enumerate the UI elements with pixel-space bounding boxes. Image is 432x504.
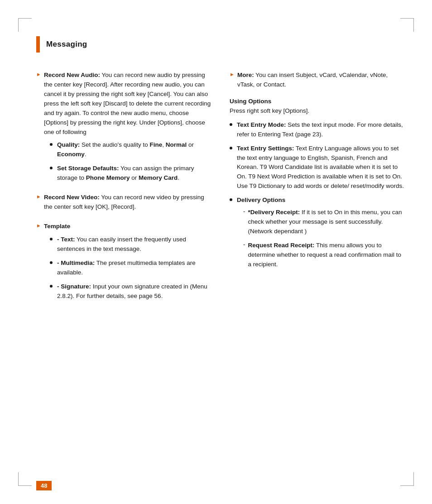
dot-icon-2 (50, 167, 53, 169)
right-column: ► More: You can insert Subject, vCard, v… (230, 71, 405, 311)
quality-text: Quality: Set the audio's quality to Fine… (57, 140, 211, 159)
page-number-box: 48 (36, 481, 52, 490)
dash-2: - (243, 241, 245, 248)
memory-card: Memory Card (139, 174, 178, 181)
triangle-icon-4: ► (230, 72, 235, 77)
sub-bullet-multimedia: - Multimedia: The preset multimedia temp… (50, 259, 211, 278)
section-header: Messaging (36, 36, 405, 53)
corner-mark-bl-h (18, 485, 32, 486)
dot-icon-5 (50, 285, 53, 288)
page: Messaging ► Record New Audio: You can re… (0, 0, 432, 504)
record-new-video-text: Record New Video: You can record new vid… (44, 193, 211, 212)
delivery-receipt-label: *Delivery Receipt: (248, 209, 300, 216)
more-text: More: You can insert Subject, vCard, vCa… (237, 71, 405, 90)
bullet-more: ► More: You can insert Subject, vCard, v… (230, 71, 405, 90)
text-entry-settings-text: Text Entry Settings: Text Entry Language… (237, 144, 405, 192)
request-read-receipt-text: Request Read Receipt: This menu allows y… (248, 241, 405, 269)
corner-mark-br-v (413, 472, 414, 486)
record-new-audio-sub-bullets: Quality: Set the audio's quality to Fine… (50, 140, 211, 183)
quality-economy: Economy (57, 151, 85, 158)
signature-label: - Signature: (57, 283, 91, 290)
bullet-template: ► Template - Text: You can easily insert… (36, 222, 211, 301)
using-options-items: Text Entry Mode: Sets the text input mod… (230, 120, 405, 274)
multimedia-label: - Multimedia: (57, 259, 95, 266)
dot-icon-8 (230, 198, 232, 201)
triangle-icon: ► (36, 72, 41, 77)
record-new-audio-label: Record New Audio: (44, 72, 100, 78)
sub-bullet-text-entry-mode: Text Entry Mode: Sets the text input mod… (230, 120, 405, 139)
using-options-title: Using Options (230, 98, 405, 105)
triangle-icon-2: ► (36, 194, 41, 199)
sub-bullet-storage: Set Storage Defaults: You can assign the… (50, 164, 211, 183)
text-template-label: - Text: (57, 236, 75, 243)
content-area: Messaging ► Record New Audio: You can re… (36, 36, 405, 468)
template-label: Template (44, 222, 70, 231)
using-options-section: Using Options Press right soft key [Opti… (230, 98, 405, 274)
dash-1: - (243, 208, 245, 215)
sub-sub-request-read-receipt: - Request Read Receipt: This menu allows… (243, 241, 405, 269)
dot-icon-6 (230, 123, 232, 126)
text-entry-mode-text: Text Entry Mode: Sets the text input mod… (237, 120, 405, 139)
bullet-record-new-video: ► Record New Video: You can record new v… (36, 193, 211, 212)
phone-memory: Phone Memory (86, 174, 130, 181)
dot-icon-3 (50, 238, 53, 240)
sub-bullet-text-entry-settings: Text Entry Settings: Text Entry Language… (230, 144, 405, 192)
corner-mark-tl-h (18, 18, 32, 19)
text-entry-mode-label: Text Entry Mode: (237, 121, 286, 128)
left-column: ► Record New Audio: You can record new a… (36, 71, 211, 311)
quality-normal: Normal (166, 141, 187, 148)
bullet-record-new-audio-text: Record New Audio: You can record new aud… (44, 71, 211, 137)
corner-mark-tr-v (413, 18, 414, 32)
sub-bullet-text-template: - Text: You can easily insert the freque… (50, 235, 211, 254)
delivery-options-container: Delivery Options - *Delivery Receipt: If… (237, 196, 405, 274)
delivery-options-label: Delivery Options (237, 197, 285, 203)
corner-mark-br-h (400, 485, 414, 486)
request-read-receipt-label: Request Read Receipt: (248, 242, 315, 249)
header-accent-bar (36, 36, 40, 53)
template-title: Template (44, 223, 70, 230)
bullet-record-new-video-header: ► Record New Video: You can record new v… (36, 193, 211, 212)
dot-icon-4 (50, 261, 53, 264)
page-number: 48 (36, 481, 52, 490)
dot-icon (50, 143, 53, 146)
sub-sub-delivery-receipt: - *Delivery Receipt: If it is set to On … (243, 208, 405, 236)
bullet-template-header: ► Template (36, 222, 211, 231)
corner-mark-tl-v (18, 18, 19, 32)
text-template-text: - Text: You can easily insert the freque… (57, 235, 211, 254)
quality-label: Quality: (57, 141, 80, 148)
text-entry-settings-label: Text Entry Settings: (237, 145, 294, 152)
sub-bullet-delivery-options: Delivery Options - *Delivery Receipt: If… (230, 196, 405, 274)
triangle-icon-3: ► (36, 223, 41, 228)
quality-fine: Fine (149, 141, 162, 148)
using-options-intro: Press right soft key [Options]. (230, 106, 405, 116)
storage-label: Set Storage Defaults: (57, 165, 119, 172)
delivery-receipt-text: *Delivery Receipt: If it is set to On in… (248, 208, 405, 236)
dot-icon-7 (230, 147, 232, 149)
page-title: Messaging (46, 40, 87, 49)
record-new-video-label: Record New Video: (44, 194, 100, 201)
bullet-more-header: ► More: You can insert Subject, vCard, v… (230, 71, 405, 90)
bullet-record-new-audio-header: ► Record New Audio: You can record new a… (36, 71, 211, 137)
delivery-options-sub-items: - *Delivery Receipt: If it is set to On … (243, 208, 405, 269)
storage-text: Set Storage Defaults: You can assign the… (57, 164, 211, 183)
corner-mark-tr-h (400, 18, 414, 19)
multimedia-text: - Multimedia: The preset multimedia temp… (57, 259, 211, 278)
template-sub-bullets: - Text: You can easily insert the freque… (50, 235, 211, 301)
sub-bullet-signature: - Signature: Input your own signature cr… (50, 282, 211, 301)
more-label: More: (237, 72, 254, 78)
corner-mark-bl-v (18, 472, 19, 486)
sub-bullet-quality: Quality: Set the audio's quality to Fine… (50, 140, 211, 159)
two-column-layout: ► Record New Audio: You can record new a… (36, 71, 405, 311)
signature-text: - Signature: Input your own signature cr… (57, 282, 211, 301)
bullet-record-new-audio: ► Record New Audio: You can record new a… (36, 71, 211, 183)
